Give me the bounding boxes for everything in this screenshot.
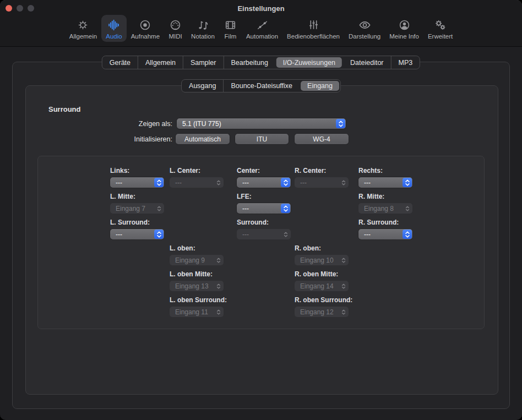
toolbar-item-erweitert[interactable]: Erweitert xyxy=(423,15,457,42)
channel-value: --- xyxy=(358,179,402,187)
popup-chevrons-icon xyxy=(154,178,164,187)
channel-popup-l-oben-mitte: Eingang 13 xyxy=(170,281,224,291)
popup-chevrons-icon xyxy=(336,119,345,128)
channel-cell-l-oben-surround: L. oben Surround:Eingang 11 xyxy=(170,296,224,317)
channel-label-links: Links: xyxy=(110,167,164,175)
channel-cell-r-oben-mitte: R. oben Mitte:Eingang 14 xyxy=(295,270,349,291)
initialize-itu-button[interactable]: ITU xyxy=(235,134,289,144)
popup-chevrons-icon xyxy=(214,281,223,291)
popup-chevrons-icon xyxy=(339,281,348,291)
toolbar-item-meine-info[interactable]: Meine Info xyxy=(385,15,423,42)
channel-value: Eingang 10 xyxy=(295,257,338,264)
channel-popup-rechts[interactable]: --- xyxy=(358,177,412,188)
popup-chevrons-icon xyxy=(339,178,348,187)
popup-chevrons-icon xyxy=(154,204,164,213)
popup-chevrons-icon xyxy=(403,178,412,187)
channel-label-l-mitte: L. Mitte: xyxy=(110,193,164,201)
channel-popup-links[interactable]: --- xyxy=(110,177,164,188)
channel-cell-r-center: R. Center:--- xyxy=(295,167,349,188)
popup-chevrons-icon xyxy=(281,204,290,213)
toolbar-item-film[interactable]: Film xyxy=(219,15,242,42)
show-as-popup[interactable]: 5.1 (ITU 775) xyxy=(177,118,346,129)
initialize-wg4-button[interactable]: WG-4 xyxy=(295,134,349,144)
channel-popup-r-surround[interactable]: --- xyxy=(358,229,412,239)
channel-cell-l-oben-mitte: L. oben Mitte:Eingang 13 xyxy=(170,270,224,291)
channel-popup-r-oben-mitte: Eingang 14 xyxy=(295,281,349,291)
channel-popup-l-mitte: Eingang 7 xyxy=(110,203,164,214)
channel-popup-l-oben-surround: Eingang 11 xyxy=(170,307,224,317)
tab-mp3[interactable]: MP3 xyxy=(392,57,420,68)
channel-popup-center[interactable]: --- xyxy=(237,177,291,188)
tab-io-zuweisungen[interactable]: I/O-Zuweisungen xyxy=(276,57,342,68)
gears-icon xyxy=(433,17,447,32)
channel-label-r-oben: R. oben: xyxy=(295,244,349,253)
channel-label-center: Center: xyxy=(237,167,291,175)
channel-value: --- xyxy=(295,179,338,187)
popup-chevrons-icon xyxy=(281,178,290,187)
channel-cell-rechts: Rechts:--- xyxy=(358,167,412,188)
initialize-automatic-button[interactable]: Automatisch xyxy=(176,134,230,144)
toolbar-item-notation[interactable]: Notation xyxy=(187,15,219,42)
audio-tab-bar: Geräte Allgemein Sampler Bearbeitung I/O… xyxy=(102,56,420,69)
popup-chevrons-icon xyxy=(281,230,290,239)
channel-cell-r-oben: R. oben:Eingang 10 xyxy=(295,244,349,265)
channel-label-r-mitte: R. Mitte: xyxy=(358,193,412,201)
toolbar-item-automation[interactable]: Automation xyxy=(242,15,282,42)
midi-connector-icon xyxy=(168,17,182,32)
channel-label-surround: Surround: xyxy=(237,219,291,227)
channel-value: --- xyxy=(237,179,280,187)
channel-cell-r-mitte: R. Mitte:Eingang 8 xyxy=(358,193,412,214)
channel-label-lfe: LFE: xyxy=(237,193,291,201)
tab-bounce-dateisuffixe[interactable]: Bounce-Dateisuffixe xyxy=(224,81,300,91)
tab-geraete[interactable]: Geräte xyxy=(102,57,138,68)
toolbar-item-audio[interactable]: Audio xyxy=(101,15,126,42)
channel-value: --- xyxy=(110,179,154,187)
gear-icon xyxy=(76,17,90,32)
initialize-label: Initialisieren: xyxy=(83,135,172,143)
channel-popup-l-surround[interactable]: --- xyxy=(110,229,164,239)
channel-cell-lfe: LFE:--- xyxy=(237,193,291,214)
channel-value: --- xyxy=(110,231,154,238)
channel-cell-r-oben-surround: R. oben Surround:Eingang 12 xyxy=(295,296,349,317)
preferences-toolbar: Allgemein Audio Aufnahme xyxy=(0,15,522,42)
io-tab-bar: Ausgang Bounce-Dateisuffixe Eingang xyxy=(181,79,341,92)
toolbar-item-midi[interactable]: MIDI xyxy=(164,15,187,42)
channel-label-l-oben-surround: L. oben Surround: xyxy=(170,296,224,304)
music-notes-icon xyxy=(196,17,210,32)
toolbar-item-darstellung[interactable]: Darstellung xyxy=(344,15,385,42)
channel-value: Eingang 13 xyxy=(170,282,213,290)
channel-value: Eingang 9 xyxy=(170,257,213,264)
tab-dateieditor[interactable]: Dateieditor xyxy=(343,57,390,68)
channel-popup-l-oben: Eingang 9 xyxy=(170,255,224,265)
tab-ausgang[interactable]: Ausgang xyxy=(182,81,223,91)
toolbar-item-aufnahme[interactable]: Aufnahme xyxy=(127,15,164,42)
tab-sampler[interactable]: Sampler xyxy=(183,57,224,68)
toolbar-item-bedienoberflaechen[interactable]: Bedienoberflächen xyxy=(282,15,344,42)
channel-value: Eingang 12 xyxy=(295,308,338,316)
toolbar-item-allgemein[interactable]: Allgemein xyxy=(65,15,102,42)
channel-value: --- xyxy=(358,231,402,238)
control-sliders-icon xyxy=(307,17,320,32)
eye-icon xyxy=(358,17,372,32)
popup-chevrons-icon xyxy=(403,204,412,213)
automation-curve-icon xyxy=(255,17,269,32)
channel-label-rechts: Rechts: xyxy=(358,167,412,175)
tab-bearbeitung[interactable]: Bearbeitung xyxy=(224,57,275,68)
channel-popup-l-center: --- xyxy=(170,177,224,188)
channel-value: Eingang 14 xyxy=(295,282,338,290)
channel-popup-r-oben: Eingang 10 xyxy=(295,255,349,265)
audio-waveform-icon xyxy=(107,17,121,32)
popup-chevrons-icon xyxy=(214,307,223,317)
user-circle-icon xyxy=(398,17,411,32)
channel-label-r-oben-surround: R. oben Surround: xyxy=(295,296,349,304)
tab-allgemein[interactable]: Allgemein xyxy=(138,57,183,68)
channel-label-l-center: L. Center: xyxy=(170,167,224,175)
surround-section-title: Surround xyxy=(48,105,81,113)
channel-cell-l-center: L. Center:--- xyxy=(170,167,224,188)
channel-popup-lfe[interactable]: --- xyxy=(237,203,291,214)
popup-chevrons-icon xyxy=(339,307,348,317)
window-header: Einstellungen Allgemein Audio xyxy=(0,0,522,47)
channel-label-r-oben-mitte: R. oben Mitte: xyxy=(295,270,349,279)
channel-label-l-surround: L. Surround: xyxy=(110,219,164,227)
tab-eingang[interactable]: Eingang xyxy=(301,81,339,91)
